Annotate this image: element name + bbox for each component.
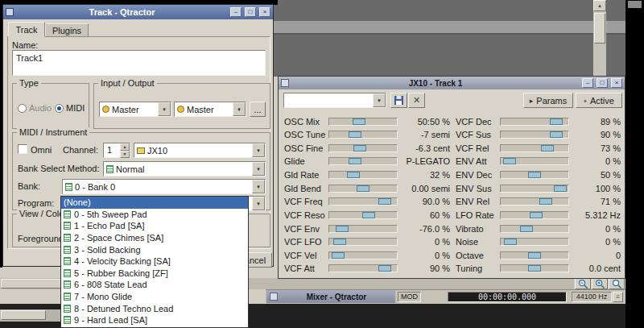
param-slider-handle[interactable]	[503, 158, 516, 164]
param-slider-handle[interactable]	[504, 239, 517, 245]
param-slider-handle[interactable]	[332, 252, 345, 259]
close-button[interactable]: ×	[611, 78, 622, 88]
active-button[interactable]: • Active	[576, 93, 622, 108]
bank-combo[interactable]: 0 - Bank 0 ▾	[62, 179, 266, 194]
zoom-out-button[interactable]	[575, 278, 591, 289]
dialog-titlebar[interactable]: Track - Qtractor – □ ×	[3, 5, 273, 19]
program-option[interactable]: 1 - Echo Pad [SA]	[61, 220, 248, 232]
spin-up-icon[interactable]: ▲	[120, 143, 130, 151]
param-slider-handle[interactable]	[550, 131, 563, 138]
param-slider-handle[interactable]	[357, 185, 369, 192]
param-label: VCF Sus	[456, 130, 500, 139]
instrument-combo[interactable]: JX10 ▾	[134, 143, 266, 158]
param-slider[interactable]	[328, 157, 398, 165]
jx10-titlebar[interactable]: JX10 - Track 1 – □ ×	[279, 77, 625, 89]
param-slider[interactable]	[328, 211, 398, 219]
param-slider[interactable]	[500, 118, 569, 126]
param-slider-handle[interactable]	[378, 265, 391, 272]
param-slider[interactable]	[500, 185, 569, 193]
bus-options-button[interactable]: ...	[250, 102, 266, 117]
param-slider[interactable]	[328, 238, 398, 246]
param-slider-handle[interactable]	[528, 172, 541, 178]
preset-combo[interactable]: ▾	[283, 93, 386, 108]
param-slider[interactable]	[328, 197, 398, 206]
param-slider[interactable]	[328, 185, 398, 193]
mixer-window-titlebar[interactable]: Mixer - Qtractor	[266, 290, 395, 303]
delete-preset-button[interactable]: ✕	[408, 93, 425, 108]
zoom-in-button[interactable]	[592, 278, 608, 289]
param-value: 90.0 %	[401, 197, 450, 206]
program-option[interactable]: 5 - Rubber Backing [ZF]	[61, 268, 248, 280]
param-slider[interactable]	[500, 225, 569, 233]
param-slider[interactable]	[328, 144, 398, 152]
tab-plugins[interactable]: Plugins	[45, 23, 89, 37]
output-bus-combo[interactable]: Master ▾	[174, 102, 246, 117]
param-slider-handle[interactable]	[528, 265, 541, 272]
zoom-reset-button[interactable]	[609, 278, 625, 289]
param-slider[interactable]	[500, 131, 569, 139]
param-slider[interactable]	[500, 251, 569, 259]
param-slider[interactable]	[328, 264, 398, 272]
param-slider[interactable]	[328, 251, 398, 259]
vertical-scrollbar-handle[interactable]	[594, 13, 605, 44]
param-slider-handle[interactable]	[362, 212, 375, 218]
param-slider-handle[interactable]	[333, 239, 346, 245]
omni-checkbox[interactable]	[18, 144, 27, 154]
param-slider-handle[interactable]	[349, 158, 361, 164]
param-slider-handle[interactable]	[353, 118, 365, 125]
maximize-button[interactable]: □	[597, 78, 608, 88]
param-value: 0 %	[572, 156, 621, 166]
tab-track[interactable]: Track	[8, 22, 45, 37]
param-slider[interactable]	[500, 238, 569, 246]
program-option[interactable]: 4 - Velocity Backing [SA]	[61, 255, 248, 268]
maximize-button[interactable]: □	[245, 7, 256, 17]
param-label: VCF Freq	[284, 197, 328, 206]
param-slider-handle[interactable]	[520, 226, 533, 232]
param-slider-handle[interactable]	[541, 145, 554, 152]
param-slider-handle[interactable]	[550, 118, 563, 125]
param-slider[interactable]	[328, 131, 398, 139]
program-option[interactable]: 7 - Mono Glide	[61, 291, 248, 303]
instrument-icon	[137, 147, 145, 154]
program-option[interactable]: 3 - Solid Backing	[61, 243, 248, 255]
param-slider[interactable]	[500, 264, 569, 272]
bank-method-combo[interactable]: Normal ▾	[103, 161, 266, 176]
program-option[interactable]: 2 - Space Chimes [SA]	[61, 232, 248, 244]
param-slider-handle[interactable]	[530, 212, 543, 218]
minimize-button[interactable]: –	[582, 78, 593, 88]
param-slider[interactable]	[328, 118, 398, 126]
param-slider-handle[interactable]	[336, 226, 349, 232]
param-slider-handle[interactable]	[353, 145, 366, 152]
param-slider-handle[interactable]	[528, 252, 541, 259]
track-name-input[interactable]: Track1	[12, 50, 266, 76]
param-slider-handle[interactable]	[349, 131, 361, 138]
program-option[interactable]: 0 - 5th Sweep Pad	[61, 209, 248, 221]
params-button[interactable]: ▸ Params	[523, 93, 573, 108]
program-option[interactable]: 9 - Hard Lead [SA]	[61, 314, 248, 326]
program-option[interactable]: 8 - Detuned Techno Lead	[61, 302, 248, 314]
param-slider-handle[interactable]	[347, 172, 360, 178]
param-slider-handle[interactable]	[554, 185, 567, 192]
vertical-scrollbar[interactable]: ▲	[593, 0, 606, 77]
param-slider[interactable]	[500, 197, 569, 206]
param-slider[interactable]	[500, 211, 569, 219]
radio-audio[interactable]: Audio	[18, 103, 52, 113]
minimize-button[interactable]: –	[230, 7, 242, 17]
spin-down-icon[interactable]: ▼	[120, 151, 130, 158]
param-slider[interactable]	[328, 171, 398, 179]
param-slider[interactable]	[500, 144, 569, 152]
input-bus-combo[interactable]: Master ▾	[99, 102, 171, 117]
save-preset-button[interactable]	[390, 93, 407, 108]
param-slider[interactable]	[500, 171, 569, 179]
param-slider-handle[interactable]	[539, 198, 552, 205]
program-option[interactable]: (None)	[61, 197, 248, 209]
mixer-scrollbar-handle[interactable]	[1, 310, 46, 320]
radio-midi[interactable]: MIDI	[55, 103, 85, 113]
param-slider[interactable]	[328, 225, 398, 233]
param-slider-handle[interactable]	[378, 198, 391, 205]
param-slider[interactable]	[500, 157, 569, 165]
program-option[interactable]: 6 - 808 State Lead	[61, 279, 248, 291]
scroll-up-arrow-icon[interactable]: ▲	[593, 0, 606, 11]
channel-spinner[interactable]: 1 ▲ ▼	[103, 143, 130, 158]
close-button[interactable]: ×	[259, 7, 270, 17]
